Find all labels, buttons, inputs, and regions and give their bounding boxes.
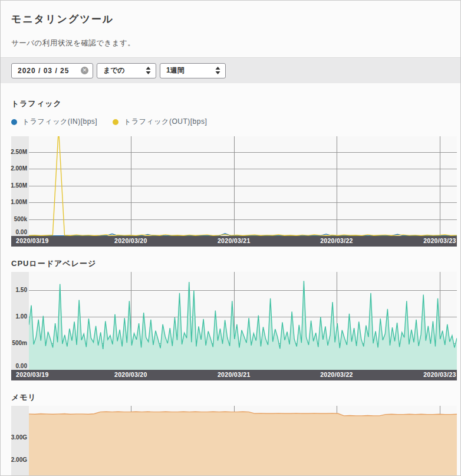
- charts-section: トラフィック トラフィック(IN)[bps] トラフィック(OUT)[bps] …: [1, 99, 460, 476]
- plot-svg: [29, 136, 457, 236]
- period-select-value: 1週間: [166, 65, 185, 75]
- x-axis-date-label: 2020/03/23: [423, 237, 456, 244]
- y-tick-label: 3.00G: [11, 434, 27, 441]
- until-select[interactable]: までの: [97, 63, 156, 78]
- filter-bar: 2020 / 03 / 25 ✕ までの 1週間: [1, 57, 460, 83]
- y-tick-label: 1.00: [16, 313, 27, 320]
- legend-item-traffic-in: トラフィック(IN)[bps]: [11, 117, 97, 127]
- traffic-chart: 0.00500k1.00M1.50M2.00M2.50M 2020/03/192…: [11, 136, 456, 247]
- traffic-out-dot-icon: [113, 119, 118, 125]
- cpu-chart: 0.00500m1.001.50 2020/03/192020/03/20202…: [11, 272, 456, 380]
- date-input-value: 2020 / 03 / 25: [18, 67, 69, 75]
- cpu-plot-area[interactable]: [29, 272, 457, 370]
- y-tick-label: 1.50: [16, 287, 27, 293]
- traffic-plot-area[interactable]: [29, 136, 457, 236]
- traffic-chart-section: トラフィック トラフィック(IN)[bps] トラフィック(OUT)[bps] …: [11, 99, 456, 247]
- y-tick-label: 0.00: [16, 363, 27, 369]
- memory-chart: 1.00G2.00G3.00G 2020/03/192020/03/202020…: [11, 406, 456, 476]
- y-tick-label: 0.00: [16, 229, 27, 235]
- series-area-0: [29, 412, 457, 476]
- x-axis-date-label: 2020/03/19: [16, 237, 49, 244]
- memory-y-axis: 1.00G2.00G3.00G: [11, 406, 29, 476]
- page-header: モニタリングツール サーバの利用状況を確認できます。: [1, 1, 460, 48]
- legend-item-traffic-out: トラフィック(OUT)[bps]: [113, 117, 207, 127]
- legend-label-traffic-out: トラフィック(OUT)[bps]: [124, 117, 207, 127]
- plot-svg: [29, 406, 457, 476]
- select-arrows-icon: [146, 67, 151, 74]
- y-tick-label: 2.00G: [11, 457, 27, 463]
- y-tick-label: 1.00M: [11, 199, 27, 205]
- until-select-value: までの: [103, 65, 125, 75]
- page-title: モニタリングツール: [11, 12, 450, 26]
- x-axis-date-label: 2020/03/20: [114, 237, 147, 244]
- y-tick-label: 500m: [12, 340, 27, 346]
- clear-date-icon[interactable]: ✕: [81, 67, 88, 74]
- x-axis-date-label: 2020/03/22: [320, 371, 353, 378]
- x-axis-date-label: 2020/03/20: [114, 371, 147, 378]
- cpu-y-axis: 0.00500m1.001.50: [11, 272, 29, 370]
- cpu-chart-section: CPUロードアベレージ 0.00500m1.001.50 2020/03/192…: [11, 258, 456, 380]
- y-tick-label: 1.50M: [11, 182, 27, 189]
- memory-chart-section: メモリ 1.00G2.00G3.00G 2020/03/192020/03/20…: [11, 392, 456, 476]
- cpu-chart-title: CPUロードアベレージ: [11, 258, 456, 269]
- date-input[interactable]: 2020 / 03 / 25 ✕: [11, 63, 93, 78]
- select-arrows-icon: [215, 67, 220, 74]
- series-area-0: [29, 281, 457, 370]
- y-tick-label: 2.00M: [11, 165, 27, 172]
- traffic-x-axis: 2020/03/192020/03/202020/03/212020/03/22…: [11, 236, 457, 247]
- page-subtitle: サーバの利用状況を確認できます。: [11, 38, 450, 48]
- y-tick-label: 2.50M: [11, 149, 27, 155]
- memory-plot-area[interactable]: [29, 406, 457, 476]
- y-tick-label: 500k: [14, 216, 27, 222]
- x-axis-date-label: 2020/03/21: [218, 237, 251, 244]
- x-axis-date-label: 2020/03/23: [423, 371, 456, 378]
- x-axis-date-label: 2020/03/21: [218, 371, 251, 378]
- cpu-x-axis: 2020/03/192020/03/202020/03/212020/03/22…: [11, 370, 457, 380]
- traffic-legend: トラフィック(IN)[bps] トラフィック(OUT)[bps]: [11, 117, 456, 127]
- traffic-chart-title: トラフィック: [11, 99, 456, 109]
- x-axis-date-label: 2020/03/19: [16, 371, 49, 378]
- traffic-in-dot-icon: [11, 119, 17, 125]
- legend-label-traffic-in: トラフィック(IN)[bps]: [22, 117, 97, 127]
- memory-chart-title: メモリ: [11, 392, 456, 403]
- monitoring-tool-page: モニタリングツール サーバの利用状況を確認できます。 2020 / 03 / 2…: [0, 0, 461, 476]
- traffic-y-axis: 0.00500k1.00M1.50M2.00M2.50M: [11, 136, 29, 236]
- x-axis-date-label: 2020/03/22: [320, 237, 353, 244]
- period-select[interactable]: 1週間: [160, 63, 226, 78]
- plot-svg: [29, 272, 457, 370]
